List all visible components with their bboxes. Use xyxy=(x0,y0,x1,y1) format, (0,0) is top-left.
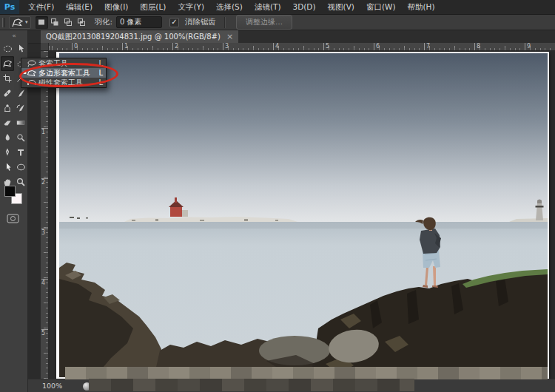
elliptical-marquee-tool[interactable] xyxy=(1,41,14,56)
ruler-corner[interactable] xyxy=(41,43,49,51)
history-brush-icon xyxy=(16,104,25,112)
vertical-ruler[interactable]: 1 2 3 4 5 xyxy=(41,51,49,379)
new-selection-icon xyxy=(37,18,46,27)
quick-mask-button[interactable] xyxy=(7,212,19,226)
chevron-down-icon: ▾ xyxy=(25,19,28,25)
path-selection-tool[interactable] xyxy=(1,160,14,175)
ruler-mark: 0 xyxy=(72,43,78,50)
document-tab-bar: QQ截图20130819204831.jpg @ 100%(RGB/8#) × xyxy=(28,30,555,44)
options-separator xyxy=(224,17,226,28)
brush-icon xyxy=(16,89,25,98)
ruler-mark: 4 xyxy=(273,43,279,50)
add-selection-icon xyxy=(50,18,59,27)
refine-edge-button[interactable]: 调整边缘… xyxy=(236,15,292,30)
ruler-mark: 3 xyxy=(41,229,48,236)
antialias-label: 消除锯齿 xyxy=(185,17,216,27)
menu-view[interactable]: 视图(V) xyxy=(322,0,360,14)
document-area: QQ截图20130819204831.jpg @ 100%(RGB/8#) × … xyxy=(28,30,555,392)
new-selection-button[interactable] xyxy=(36,16,48,29)
move-icon xyxy=(16,44,25,53)
menu-window[interactable]: 窗口(W) xyxy=(360,0,402,14)
clone-stamp-icon xyxy=(3,104,12,112)
ruler-mark: 5 xyxy=(41,329,48,337)
clone-stamp-tool[interactable] xyxy=(1,101,14,115)
pen-tool[interactable] xyxy=(1,145,14,160)
menu-file[interactable]: 文件(F) xyxy=(22,0,60,14)
censor-mosaic-statusbar xyxy=(89,379,414,391)
path-selection-icon xyxy=(3,163,12,172)
menu-type[interactable]: 文字(Y) xyxy=(172,0,210,14)
collapse-tools-button[interactable]: « xyxy=(0,31,28,40)
feather-label: 羽化: xyxy=(95,17,113,27)
menu-layer[interactable]: 图层(L) xyxy=(134,0,172,14)
crop-tool[interactable] xyxy=(1,71,14,86)
polygonal-lasso-icon xyxy=(12,18,24,27)
ruler-mark: 3 xyxy=(223,43,229,50)
close-tab-icon[interactable]: × xyxy=(226,33,233,41)
intersect-selection-button[interactable] xyxy=(75,16,88,29)
subtract-selection-icon xyxy=(64,18,73,27)
photoshop-logo: Ps xyxy=(0,0,19,14)
ruler-mark: 5 xyxy=(323,43,329,50)
intersect-selection-icon xyxy=(77,18,86,27)
blur-tool[interactable] xyxy=(1,130,14,145)
sky xyxy=(59,53,548,223)
document-title: QQ截图20130819204831.jpg @ 100%(RGB/8#) xyxy=(46,32,221,42)
options-bar-grip xyxy=(2,18,5,27)
healing-brush-tool[interactable] xyxy=(1,86,14,101)
marquee-icon xyxy=(3,44,13,53)
horizon-band xyxy=(59,222,548,229)
check-icon: ✓ xyxy=(171,18,177,26)
gradient-icon xyxy=(16,118,25,127)
censor-mosaic-photo xyxy=(65,367,548,379)
menu-select[interactable]: 选择(S) xyxy=(210,0,249,14)
photoshop-window: Ps 文件(F) 编辑(E) 图像(I) 图层(L) 文字(Y) 选择(S) 滤… xyxy=(0,0,555,392)
menu-image[interactable]: 图像(I) xyxy=(98,0,134,14)
ruler-mark: 8 xyxy=(474,43,480,50)
document-tab[interactable]: QQ截图20130819204831.jpg @ 100%(RGB/8#) × xyxy=(41,30,238,43)
zoom-level[interactable]: 100% xyxy=(42,382,62,390)
menu-help[interactable]: 帮助(H) xyxy=(402,0,441,14)
brush-tool[interactable] xyxy=(14,86,27,101)
dodge-icon xyxy=(16,133,25,142)
zoom-tool[interactable] xyxy=(14,175,27,189)
ruler-mark: 2 xyxy=(41,178,48,186)
ruler-mark: 6 xyxy=(374,43,380,50)
ruler-mark: 2 xyxy=(172,43,178,50)
dodge-tool[interactable] xyxy=(14,130,27,145)
ruler-mark: 1 xyxy=(41,128,48,135)
ruler-mark: 7 xyxy=(424,43,430,50)
subtract-from-selection-button[interactable] xyxy=(62,16,75,29)
menu-3d[interactable]: 3D(D) xyxy=(286,0,321,14)
add-to-selection-button[interactable] xyxy=(49,16,61,29)
history-brush-tool[interactable] xyxy=(14,101,27,115)
quick-mask-icon xyxy=(7,214,19,223)
feather-input[interactable]: 0 像素 xyxy=(116,16,162,28)
polygonal-lasso-icon xyxy=(3,59,13,68)
eraser-icon xyxy=(3,118,12,127)
eraser-tool[interactable] xyxy=(1,115,14,130)
type-tool[interactable] xyxy=(14,145,27,160)
ruler-mark: 9 xyxy=(525,43,531,50)
ruler-mark: 1 xyxy=(122,43,128,50)
menu-bar: Ps 文件(F) 编辑(E) 图像(I) 图层(L) 文字(Y) 选择(S) 滤… xyxy=(0,0,555,15)
antialias-checkbox[interactable]: ✓ xyxy=(169,18,179,27)
polygonal-lasso-tool[interactable] xyxy=(1,56,14,71)
photo-canvas[interactable] xyxy=(59,53,548,377)
gradient-tool[interactable] xyxy=(14,115,27,130)
crop-icon xyxy=(3,74,12,83)
horizontal-ruler[interactable]: 0 1 2 3 4 5 6 7 8 9 xyxy=(49,43,555,51)
shape-tool[interactable] xyxy=(14,160,27,175)
menu-filter[interactable]: 滤镜(T) xyxy=(249,0,287,14)
blur-icon xyxy=(3,133,12,142)
ellipse-shape-icon xyxy=(16,163,26,172)
pen-icon xyxy=(3,148,12,157)
current-tool-dropdown[interactable]: ▾ xyxy=(9,16,31,29)
healing-brush-icon xyxy=(3,89,12,98)
tool-options-bar: ▾ 羽化: 0 像素 xyxy=(0,15,555,30)
move-tool[interactable] xyxy=(14,41,27,56)
menu-edit[interactable]: 编辑(E) xyxy=(60,0,98,14)
type-icon xyxy=(16,148,25,157)
foreground-color-swatch[interactable] xyxy=(4,186,16,197)
ruler-mark: 4 xyxy=(41,279,48,286)
